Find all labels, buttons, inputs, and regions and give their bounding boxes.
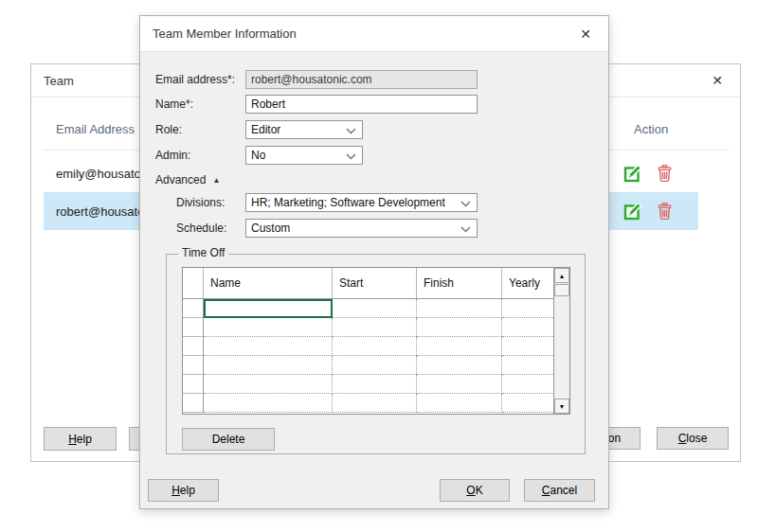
- close-icon[interactable]: ✕: [695, 73, 740, 88]
- role-label: Role:: [155, 120, 182, 139]
- chevron-down-icon: [460, 194, 471, 211]
- collapse-triangle-icon: ▲: [212, 176, 220, 185]
- delete-trash-icon[interactable]: [655, 164, 674, 183]
- time-off-row[interactable]: [183, 337, 553, 356]
- time-off-row[interactable]: [183, 299, 553, 318]
- help-button[interactable]: Help: [44, 427, 117, 451]
- admin-label: Admin:: [155, 146, 190, 165]
- team-member-information-dialog: Team Member Information ✕ Email address*…: [139, 15, 609, 509]
- column-header-finish: Finish: [417, 268, 502, 298]
- time-off-legend: Time Off: [178, 246, 228, 259]
- email-field[interactable]: [245, 70, 478, 89]
- chevron-down-icon: [346, 121, 356, 138]
- advanced-toggle[interactable]: Advanced ▲: [155, 173, 220, 186]
- help-button[interactable]: Help: [148, 479, 219, 502]
- email-address-column-header: Email Address: [44, 122, 135, 136]
- team-dialog-title: Team: [31, 74, 74, 88]
- delete-trash-icon[interactable]: [655, 202, 674, 221]
- time-off-row[interactable]: [183, 318, 553, 337]
- schedule-label: Schedule:: [176, 219, 226, 238]
- row-selector-header: [183, 268, 204, 298]
- ok-button[interactable]: OK: [440, 479, 510, 502]
- edit-icon[interactable]: [623, 202, 642, 221]
- cancel-button[interactable]: Cancel: [524, 479, 595, 502]
- time-off-group: Time Off Name Start Finish Yearly: [166, 254, 586, 454]
- name-field[interactable]: [245, 95, 478, 114]
- edit-icon[interactable]: [623, 164, 642, 183]
- name-label: Name*:: [155, 95, 193, 114]
- close-button[interactable]: Close: [657, 427, 729, 450]
- modal-dialog-title: Team Member Information: [140, 27, 297, 41]
- timeoff-cell-selected[interactable]: [204, 299, 333, 318]
- modal-titlebar: Team Member Information ✕: [140, 16, 608, 52]
- column-header-yearly: Yearly: [502, 268, 553, 298]
- time-off-row[interactable]: [183, 356, 553, 375]
- scroll-up-icon[interactable]: ▲: [554, 268, 569, 283]
- time-off-row[interactable]: [183, 394, 553, 413]
- time-off-header-row: Name Start Finish Yearly: [183, 268, 553, 299]
- column-header-name: Name: [204, 268, 333, 298]
- schedule-select[interactable]: Custom: [245, 219, 478, 238]
- delete-button[interactable]: Delete: [182, 428, 275, 451]
- chevron-down-icon: [460, 220, 471, 237]
- admin-select[interactable]: No: [245, 146, 363, 165]
- divisions-select[interactable]: HR; Marketing; Software Development: [245, 193, 478, 212]
- scrollbar-thumb[interactable]: [554, 284, 569, 296]
- email-label: Email address*:: [155, 70, 235, 89]
- action-column-header: Action: [634, 122, 668, 136]
- chevron-down-icon: [346, 147, 356, 164]
- divisions-label: Divisions:: [176, 193, 225, 212]
- column-header-start: Start: [333, 268, 417, 298]
- vertical-scrollbar[interactable]: ▲ ▼: [553, 268, 569, 414]
- close-icon[interactable]: ✕: [563, 27, 608, 42]
- time-off-table[interactable]: Name Start Finish Yearly: [182, 267, 570, 415]
- time-off-row[interactable]: [183, 375, 553, 394]
- role-select[interactable]: Editor: [245, 120, 363, 139]
- scroll-down-icon[interactable]: ▼: [554, 399, 569, 414]
